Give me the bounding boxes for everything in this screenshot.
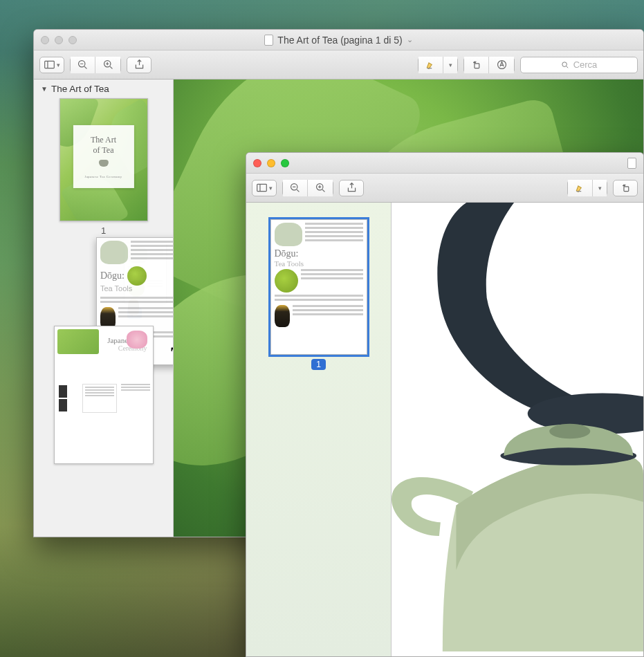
zoom-out-button[interactable]	[71, 57, 95, 73]
toolbar: ▾ ▾	[34, 50, 643, 80]
thumbnails-sidebar[interactable]: ▼ The Art of Tea The Art of Tea Japanese…	[34, 80, 174, 537]
zoom-group	[282, 180, 333, 196]
sidebar-title: The Art of Tea	[51, 84, 109, 94]
thumbnails-sidebar[interactable]: Dōgu:Tea Tools 1	[246, 203, 392, 656]
highlight-button[interactable]	[418, 57, 443, 73]
disclosure-triangle-icon[interactable]: ▼	[41, 85, 48, 93]
document-view[interactable]	[392, 203, 643, 656]
zoom-out-button[interactable]	[283, 180, 308, 196]
cover-subtitle: Japanese Tea Ceremony	[78, 175, 128, 178]
sidebar-header[interactable]: ▼ The Art of Tea	[41, 84, 166, 94]
thumbnail-1[interactable]: The Art of Tea Japanese Tea Ceremony 1	[41, 98, 166, 236]
zoom-in-button[interactable]	[308, 180, 333, 196]
svg-line-19	[322, 189, 324, 192]
zoom-button[interactable]	[281, 159, 289, 167]
thumb-heading: Dōgu:	[275, 248, 299, 259]
search-placeholder: Cerca	[573, 59, 598, 70]
sidebar-toggle-button[interactable]: ▾	[39, 57, 64, 73]
toolbar: ▾ ▾	[246, 174, 643, 203]
search-field[interactable]: Cerca	[520, 57, 638, 73]
sidebar-toggle-button[interactable]: ▾	[252, 180, 277, 196]
close-button[interactable]	[253, 159, 261, 167]
document-icon	[264, 35, 273, 46]
teapot-icon	[99, 160, 109, 167]
cover-title-line2: of Tea	[78, 145, 128, 156]
highlight-group: ▾	[418, 57, 458, 73]
teapot-image	[392, 203, 643, 651]
chevron-down-icon[interactable]: ⌄	[407, 35, 413, 44]
highlight-group: ▾	[567, 180, 607, 196]
page-number: 1	[101, 225, 106, 236]
highlight-menu-button[interactable]: ▾	[593, 180, 607, 196]
svg-rect-13	[257, 184, 267, 191]
cover-title-line1: The Art	[78, 135, 128, 145]
titlebar[interactable]	[246, 153, 643, 174]
rotate-markup-group	[463, 57, 515, 73]
svg-line-3	[84, 66, 86, 68]
share-button[interactable]	[339, 180, 364, 196]
svg-line-12	[566, 66, 567, 67]
thumbnail-3[interactable]: Japanese TeaCeremony	[41, 326, 166, 464]
svg-rect-0	[45, 61, 55, 68]
close-button[interactable]	[41, 36, 49, 44]
highlight-menu-button[interactable]: ▾	[443, 57, 457, 73]
page-number-badge: 1	[311, 359, 326, 370]
rotate-button[interactable]	[613, 180, 638, 196]
preview-window-front: ▾ ▾ Dōgu:Tea	[246, 152, 644, 657]
thumbnail-1[interactable]: Dōgu:Tea Tools 1	[253, 219, 384, 370]
document-proxy-icon[interactable]	[627, 158, 636, 169]
thumb-subheading: Tea Tools	[275, 259, 363, 268]
svg-rect-9	[475, 64, 479, 68]
share-button[interactable]	[127, 57, 151, 73]
zoom-in-button[interactable]	[95, 57, 120, 73]
rotate-button[interactable]	[464, 57, 489, 73]
thumbnail-2[interactable]: Dōgu:Tea Tools 1 Dōgu: Tea Tools	[103, 243, 166, 319]
titlebar[interactable]: The Art of Tea (pagina 1 di 5) ⌄	[34, 30, 643, 50]
window-title: The Art of Tea (pagina 1 di 5)	[277, 35, 402, 46]
svg-point-25	[549, 424, 590, 439]
zoom-group	[70, 57, 121, 73]
markup-button[interactable]	[489, 57, 514, 73]
zoom-button[interactable]	[68, 36, 77, 44]
highlight-button[interactable]	[568, 180, 593, 196]
traffic-lights	[41, 36, 77, 44]
search-icon	[561, 61, 569, 69]
svg-line-16	[297, 189, 299, 192]
svg-line-6	[110, 66, 112, 68]
svg-rect-22	[623, 187, 628, 192]
traffic-lights	[253, 159, 289, 167]
svg-point-11	[562, 62, 567, 66]
minimize-button[interactable]	[267, 159, 275, 167]
minimize-button[interactable]	[55, 36, 63, 44]
